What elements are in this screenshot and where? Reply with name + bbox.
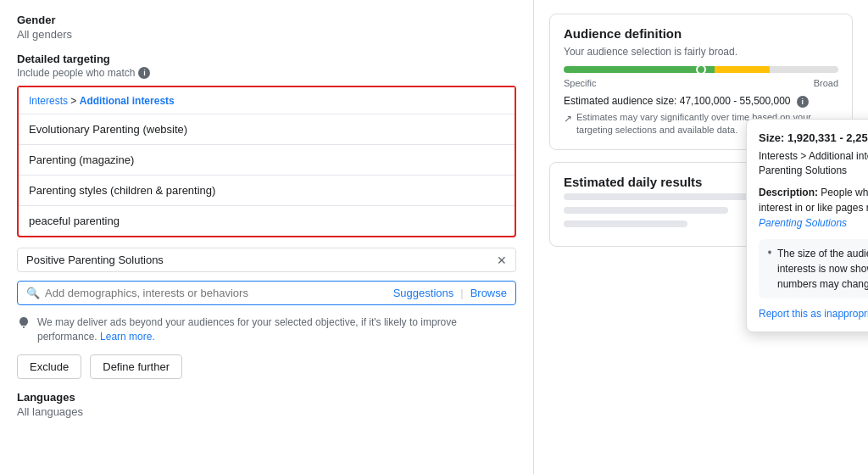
estimated-info-icon[interactable]: i xyxy=(797,96,809,108)
search-input[interactable] xyxy=(45,287,393,299)
tag-row: Positive Parenting Solutions ✕ xyxy=(17,248,516,272)
gauge-specific: Specific xyxy=(564,78,597,88)
tooltip-popup: Size: 1,920,331 - 2,258,310 Interests > … xyxy=(746,119,868,332)
search-icon: 🔍 xyxy=(26,287,40,299)
tooltip-notice-text: The size of the audience for your select… xyxy=(777,246,868,292)
bulb-icon xyxy=(17,316,31,330)
info-icon[interactable]: i xyxy=(138,67,150,79)
tooltip-bulb-icon xyxy=(767,246,772,259)
interests-header: Interests > Additional interests xyxy=(19,87,515,114)
targeting-item: Parenting (magazine) xyxy=(19,145,515,176)
suggestions-link[interactable]: Suggestions xyxy=(393,287,454,299)
notice-row: We may deliver ads beyond your audiences… xyxy=(17,315,516,344)
tooltip-size: Size: 1,920,331 - 2,258,310 xyxy=(759,131,868,144)
languages-label: Languages xyxy=(17,391,516,404)
gauge-indicator xyxy=(696,64,706,75)
report-link[interactable]: Report this as inappropriate xyxy=(759,308,868,320)
tag-label: Positive Parenting Solutions xyxy=(26,254,497,266)
tag-close-button[interactable]: ✕ xyxy=(497,254,507,266)
gauge-labels: Specific Broad xyxy=(564,78,838,88)
audience-title: Audience definition xyxy=(564,26,838,41)
daily-title: Estimated daily results xyxy=(564,175,702,189)
targeting-label: Detailed targeting xyxy=(17,53,516,65)
targeting-item: peaceful parenting xyxy=(19,206,515,236)
placeholder-bar-3 xyxy=(564,220,687,227)
gender-value: All genders xyxy=(17,28,516,41)
search-actions: Suggestions | Browse xyxy=(393,287,507,299)
exclude-button[interactable]: Exclude xyxy=(17,354,81,379)
learn-more-link[interactable]: Learn more. xyxy=(100,331,155,343)
left-panel: Gender All genders Detailed targeting In… xyxy=(0,0,534,474)
audience-gauge xyxy=(564,66,838,73)
estimated-size: Estimated audience size: 47,100,000 - 55… xyxy=(564,95,838,108)
gender-label: Gender xyxy=(17,14,516,26)
additional-interests-link[interactable]: Additional interests xyxy=(80,95,175,107)
gender-section: Gender All genders xyxy=(17,14,516,41)
detailed-targeting-section: Detailed targeting Include people who ma… xyxy=(17,53,516,379)
tooltip-path: Interests > Additional interests > Posit… xyxy=(759,149,868,178)
languages-section: Languages All languages xyxy=(17,391,516,418)
search-bar: 🔍 Suggestions | Browse xyxy=(17,281,516,305)
right-panel: Audience definition Your audience select… xyxy=(534,0,868,474)
browse-link[interactable]: Browse xyxy=(470,287,507,299)
gauge-broad: Broad xyxy=(814,78,838,88)
tooltip-notice-box: The size of the audience for your select… xyxy=(759,239,868,298)
interests-link[interactable]: Interests xyxy=(29,95,68,107)
targeting-box: Interests > Additional interests Evoluti… xyxy=(17,86,516,237)
tooltip-description: Description: People who have expressed a… xyxy=(759,185,868,231)
placeholder-bar-2 xyxy=(564,207,728,214)
define-further-button[interactable]: Define further xyxy=(90,354,182,379)
audience-subtitle: Your audience selection is fairly broad. xyxy=(564,46,838,58)
action-buttons: Exclude Define further xyxy=(17,354,516,379)
targeting-item: Evolutionary Parenting (website) xyxy=(19,114,515,145)
targeting-sub: Include people who match i xyxy=(17,67,516,79)
targeting-item: Parenting styles (children & parenting) xyxy=(19,176,515,206)
languages-value: All languages xyxy=(17,405,516,418)
trend-icon: ↗ xyxy=(564,112,572,126)
breadcrumb: Interests > Additional interests xyxy=(29,95,175,107)
